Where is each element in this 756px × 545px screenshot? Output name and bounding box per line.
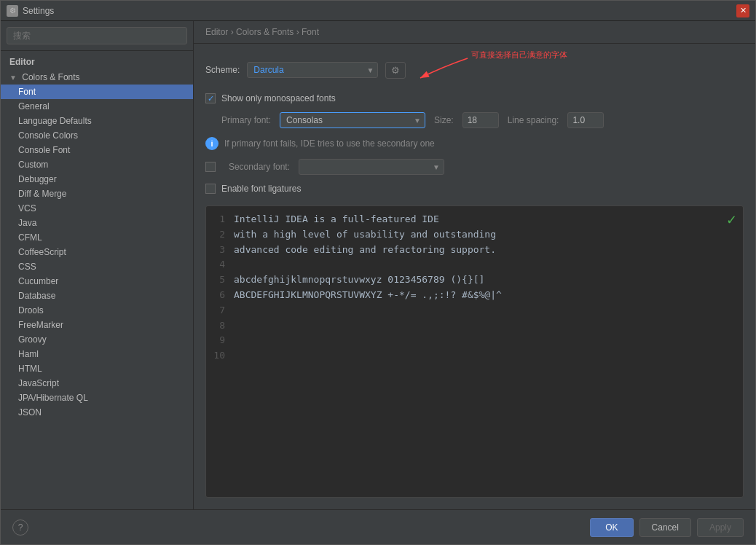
preview-line-3: advanced code editing and refactoring su… [234,243,737,258]
colors-fonts-label: Colors & Fonts [22,72,79,82]
apply-button[interactable]: Apply [697,518,744,537]
line-number: 10 [212,348,225,364]
preview-line-1: IntelliJ IDEA is a full-featured IDE [234,212,737,227]
sidebar-item-database[interactable]: Database [1,289,193,303]
preview-area: 1 2 3 4 5 6 7 8 9 10 IntelliJ IDEA is a … [205,205,744,498]
sidebar-item-debugger[interactable]: Debugger [1,172,193,187]
preview-line-10 [234,348,737,364]
freemarker-label: FreeMarker [18,320,63,330]
preview-line-6: ABCDEFGHIJKLMNOPQRSTUVWXYZ +-*/= .,;:!? … [234,288,737,303]
ligatures-row: Enable font ligatures [205,184,744,194]
scheme-select[interactable]: Darcula [247,62,378,78]
cancel-button[interactable]: Cancel [639,518,691,537]
secondary-font-select[interactable] [299,159,444,175]
groovy-label: Groovy [18,334,47,345]
check-icon: ✓ [726,212,737,228]
sidebar-item-haml[interactable]: Haml [1,347,193,361]
monospaced-checkbox[interactable] [205,93,216,103]
close-button[interactable]: ✕ [736,4,749,17]
sidebar-item-json[interactable]: JSON [1,405,193,420]
html-label: HTML [18,364,42,374]
console-font-label: Console Font [18,145,70,155]
secondary-font-checkbox[interactable] [205,162,216,172]
line-numbers: 1 2 3 4 5 6 7 8 9 10 [212,212,234,491]
editor-label: Editor [9,57,35,67]
line-number: 8 [212,318,225,334]
sidebar-editor-header[interactable]: Editor [1,54,193,70]
console-colors-label: Console Colors [18,130,78,141]
sidebar-item-colors-fonts[interactable]: ▼ Colors & Fonts [1,70,193,85]
monospaced-checkbox-row: Show only monospaced fonts [205,93,744,103]
sidebar-item-coffeescript[interactable]: CoffeeScript [1,245,193,259]
sidebar-item-console-colors[interactable]: Console Colors [1,128,193,143]
line-spacing-label: Line spacing: [508,115,559,125]
sidebar-item-language-defaults[interactable]: Language Defaults [1,114,193,128]
sidebar-item-drools[interactable]: Drools [1,303,193,318]
preview-line-7 [234,303,737,318]
sidebar-item-css[interactable]: CSS [1,259,193,274]
preview-line-2: with a high level of usability and outst… [234,227,737,243]
line-number: 3 [212,243,225,258]
breadcrumb: Editor › Colors & Fonts › Font [194,21,755,44]
sidebar-item-groovy[interactable]: Groovy [1,332,193,347]
debugger-label: Debugger [18,174,57,184]
bottom-bar: ? OK Cancel Apply [1,509,755,544]
language-defaults-label: Language Defaults [18,116,92,126]
sidebar: Editor ▼ Colors & Fonts Font General Lan… [1,21,194,509]
info-icon: i [205,137,218,150]
preview-line-5: abcdefghijklmnopqrstuvwxyz 0123456789 ()… [234,272,737,288]
java-label: Java [18,218,36,228]
sidebar-item-cucumber[interactable]: Cucumber [1,274,193,289]
app-icon: ⚙ [7,5,18,17]
annotation-text: 可直接选择自己满意的字体 [471,50,567,60]
font-label: Font [18,87,36,97]
preview-code: IntelliJ IDEA is a full-featured IDE wit… [234,212,737,491]
line-spacing-input[interactable] [567,112,604,128]
sidebar-item-general[interactable]: General [1,99,193,114]
sidebar-tree: Editor ▼ Colors & Fonts Font General Lan… [1,51,193,509]
general-label: General [18,101,50,111]
ligatures-checkbox[interactable] [205,184,216,194]
info-row: i If primary font fails, IDE tries to us… [205,137,744,150]
sidebar-item-javascript[interactable]: JavaScript [1,376,193,391]
sidebar-item-java[interactable]: Java [1,216,193,230]
sidebar-item-diff-merge[interactable]: Diff & Merge [1,187,193,201]
primary-font-select[interactable]: Consolas [280,112,425,128]
preview-line-9 [234,333,737,348]
search-input[interactable] [7,27,187,44]
sidebar-item-jpa-hibernate[interactable]: JPA/Hibernate QL [1,391,193,405]
line-number: 7 [212,303,225,318]
sidebar-item-custom[interactable]: Custom [1,157,193,172]
database-label: Database [18,291,55,301]
sidebar-item-html[interactable]: HTML [1,361,193,376]
jpa-hibernate-label: JPA/Hibernate QL [18,393,88,403]
drools-label: Drools [18,305,44,315]
line-number: 5 [212,272,225,288]
sidebar-item-console-font[interactable]: Console Font [1,143,193,157]
primary-font-select-wrapper: Consolas ▼ [280,112,425,128]
line-number: 1 [212,212,225,227]
settings-panel: Scheme: Darcula ▼ ⚙ 可直接选择自己满意的字体 [194,44,755,509]
preview-line-4 [234,257,737,272]
ok-button[interactable]: OK [590,518,633,537]
json-label: JSON [18,407,42,417]
vcs-label: VCS [18,203,36,213]
sidebar-item-freemarker[interactable]: FreeMarker [1,318,193,332]
javascript-label: JavaScript [18,378,59,388]
settings-window: ⚙ Settings ✕ Editor ▼ Colors & Fonts Fon… [0,0,756,545]
help-button[interactable]: ? [12,519,28,536]
sidebar-item-font[interactable]: Font [1,85,193,99]
cfml-label: CFML [18,232,42,243]
title-bar: ⚙ Settings ✕ [1,1,755,21]
scheme-label: Scheme: [205,65,240,75]
window-title: Settings [23,6,736,16]
info-text: If primary font fails, IDE tries to use … [224,138,435,149]
size-input[interactable] [462,112,499,128]
scheme-select-wrapper: Darcula ▼ [247,62,378,78]
expand-icon: ▼ [9,74,17,82]
sidebar-item-vcs[interactable]: VCS [1,201,193,216]
scheme-row: Scheme: Darcula ▼ ⚙ 可直接选择自己满意的字体 [205,55,744,85]
sidebar-item-cfml[interactable]: CFML [1,230,193,245]
gear-button[interactable]: ⚙ [385,62,406,79]
size-label: Size: [434,115,454,125]
